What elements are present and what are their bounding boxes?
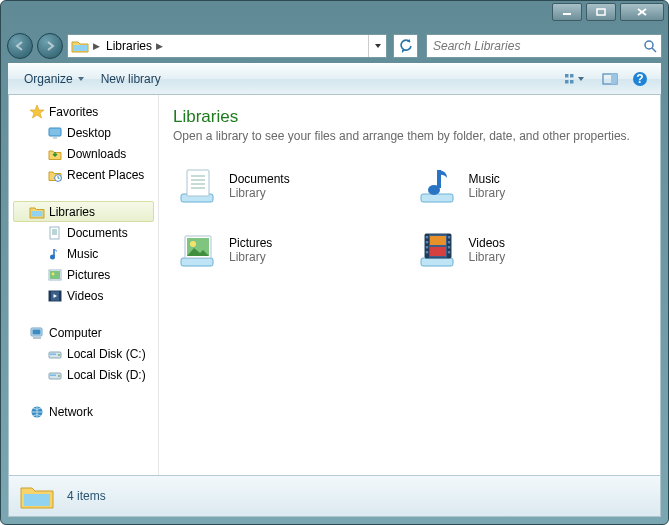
address-dropdown[interactable] xyxy=(368,35,386,57)
back-button[interactable] xyxy=(7,33,33,59)
titlebar xyxy=(1,1,668,29)
svg-point-35 xyxy=(58,354,60,356)
search-input[interactable] xyxy=(427,35,639,57)
svg-rect-37 xyxy=(50,374,56,375)
command-bar: Organize New library ? xyxy=(8,63,661,95)
videos-library-icon xyxy=(415,228,459,272)
minimize-button[interactable] xyxy=(552,3,582,21)
tree-label: Recent Places xyxy=(67,168,144,182)
svg-rect-9 xyxy=(570,74,574,78)
favorites-group: Favorites Desktop Downloads xyxy=(9,101,158,185)
tree-label: Libraries xyxy=(49,205,95,219)
svg-point-5 xyxy=(645,41,653,49)
svg-rect-29 xyxy=(59,291,61,301)
libraries-folder-icon xyxy=(19,480,55,512)
star-icon xyxy=(29,104,45,120)
svg-rect-19 xyxy=(50,227,59,239)
help-button[interactable]: ? xyxy=(625,68,655,90)
svg-rect-1 xyxy=(597,9,605,15)
page-title: Libraries xyxy=(173,107,646,127)
sidebar-item-disk-d[interactable]: Local Disk (D:) xyxy=(9,364,158,385)
new-library-button[interactable]: New library xyxy=(93,68,169,90)
preview-pane-button[interactable] xyxy=(595,68,625,90)
forward-button[interactable] xyxy=(37,33,63,59)
network-node[interactable]: Network xyxy=(9,401,158,422)
svg-rect-62 xyxy=(447,246,449,248)
downloads-icon xyxy=(47,146,63,162)
breadcrumb-root[interactable]: Libraries ▶ xyxy=(102,35,169,57)
svg-rect-64 xyxy=(430,236,446,245)
libraries-folder-icon xyxy=(69,36,91,56)
libraries-grid: Documents Library Music xyxy=(173,161,646,275)
sidebar-item-recent[interactable]: Recent Places xyxy=(9,164,158,185)
svg-rect-34 xyxy=(50,353,56,354)
libraries-node[interactable]: Libraries xyxy=(13,201,154,222)
maximize-button[interactable] xyxy=(586,3,616,21)
tree-label: Computer xyxy=(49,326,102,340)
libraries-icon xyxy=(29,204,45,220)
svg-point-51 xyxy=(190,241,196,247)
svg-rect-12 xyxy=(611,74,617,84)
tree-label: Network xyxy=(49,405,93,419)
svg-rect-28 xyxy=(49,291,51,301)
tree-label: Local Disk (C:) xyxy=(67,347,146,361)
recent-icon xyxy=(47,167,63,183)
sidebar-item-music[interactable]: Music xyxy=(9,243,158,264)
tree-label: Pictures xyxy=(67,268,110,282)
favorites-label: Favorites xyxy=(49,105,98,119)
sidebar-item-pictures[interactable]: Pictures xyxy=(9,264,158,285)
address-bar[interactable]: ▶ Libraries ▶ xyxy=(67,34,387,58)
library-name: Pictures xyxy=(229,236,272,250)
nav-bar: ▶ Libraries ▶ xyxy=(1,29,668,63)
search-icon[interactable] xyxy=(639,39,661,53)
sidebar-item-documents[interactable]: Documents xyxy=(9,222,158,243)
sidebar-item-disk-c[interactable]: Local Disk (C:) xyxy=(9,343,158,364)
refresh-button[interactable] xyxy=(393,34,418,58)
content-pane: Libraries Open a library to see your fil… xyxy=(159,95,660,475)
document-icon xyxy=(47,225,63,241)
computer-node[interactable]: Computer xyxy=(9,322,158,343)
svg-rect-60 xyxy=(447,236,449,238)
music-library-icon xyxy=(415,164,459,208)
svg-rect-15 xyxy=(49,128,61,136)
library-item-music[interactable]: Music Library xyxy=(413,161,647,211)
breadcrumb-arrow-icon[interactable]: ▶ xyxy=(156,41,163,51)
svg-rect-58 xyxy=(425,246,427,248)
library-item-videos[interactable]: Videos Library xyxy=(413,225,647,275)
libraries-group: Libraries Documents Music xyxy=(9,201,158,306)
organize-menu[interactable]: Organize xyxy=(16,68,93,90)
library-type: Library xyxy=(229,186,290,200)
svg-point-23 xyxy=(50,254,55,259)
sidebar-item-videos[interactable]: Videos xyxy=(9,285,158,306)
library-type: Library xyxy=(469,186,506,200)
tree-label: Local Disk (D:) xyxy=(67,368,146,382)
view-options-button[interactable] xyxy=(553,68,595,90)
window-controls xyxy=(552,3,664,21)
sidebar-item-downloads[interactable]: Downloads xyxy=(9,143,158,164)
newlib-label: New library xyxy=(101,72,161,86)
sidebar-item-desktop[interactable]: Desktop xyxy=(9,122,158,143)
search-box[interactable] xyxy=(426,34,662,58)
library-item-documents[interactable]: Documents Library xyxy=(173,161,407,211)
svg-rect-4 xyxy=(73,45,87,51)
tree-label: Desktop xyxy=(67,126,111,140)
svg-point-38 xyxy=(58,375,60,377)
page-subtitle: Open a library to see your files and arr… xyxy=(173,129,646,143)
tree-label: Downloads xyxy=(67,147,126,161)
svg-rect-7 xyxy=(565,74,569,78)
library-name: Documents xyxy=(229,172,290,186)
breadcrumb-arrow-icon[interactable]: ▶ xyxy=(91,41,102,51)
pictures-icon xyxy=(47,267,63,283)
body: Favorites Desktop Downloads xyxy=(8,95,661,475)
svg-rect-46 xyxy=(421,194,453,202)
library-type: Library xyxy=(469,250,506,264)
favorites-node[interactable]: Favorites xyxy=(9,101,158,122)
library-item-pictures[interactable]: Pictures Library xyxy=(173,225,407,275)
library-type: Library xyxy=(229,250,272,264)
library-name: Videos xyxy=(469,236,506,250)
videos-icon xyxy=(47,288,63,304)
svg-rect-32 xyxy=(33,337,41,339)
svg-rect-8 xyxy=(565,80,569,84)
close-button[interactable] xyxy=(620,3,664,21)
svg-rect-63 xyxy=(447,251,449,253)
